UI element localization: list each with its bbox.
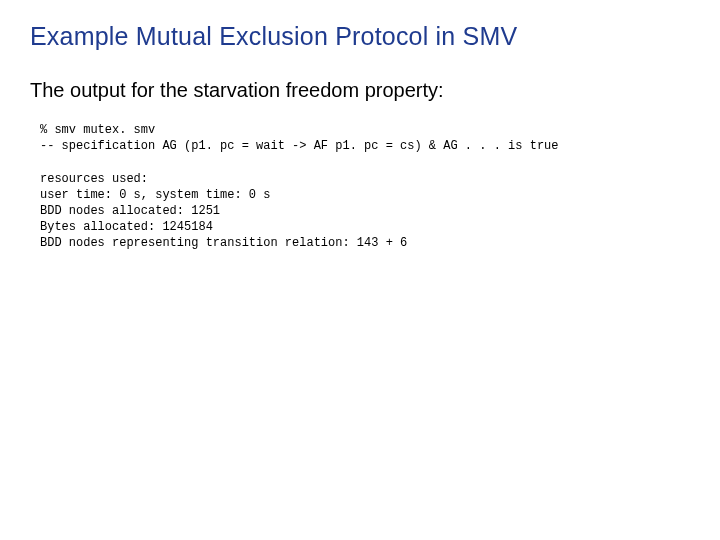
- code-line: BDD nodes representing transition relati…: [40, 236, 407, 250]
- code-line: -- specification AG (p1. pc = wait -> AF…: [40, 139, 558, 153]
- code-line: % smv mutex. smv: [40, 123, 155, 137]
- code-output: % smv mutex. smv -- specification AG (p1…: [30, 122, 690, 252]
- code-line: user time: 0 s, system time: 0 s: [40, 188, 270, 202]
- code-line: Bytes allocated: 1245184: [40, 220, 213, 234]
- code-line: resources used:: [40, 172, 148, 186]
- slide-title: Example Mutual Exclusion Protocol in SMV: [30, 22, 690, 51]
- slide-subtitle: The output for the starvation freedom pr…: [30, 79, 690, 102]
- code-line: BDD nodes allocated: 1251: [40, 204, 220, 218]
